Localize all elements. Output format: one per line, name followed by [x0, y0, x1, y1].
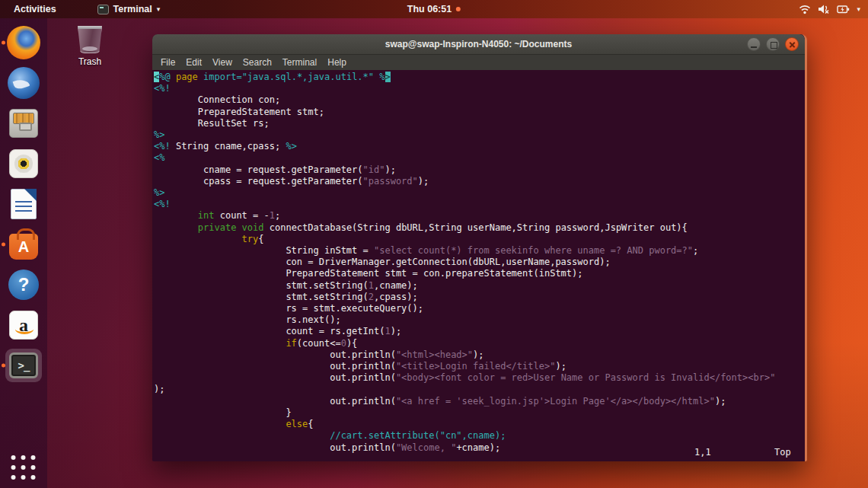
notification-dot-icon [456, 7, 461, 11]
code-line: stmt.setString(1,cname); [154, 280, 805, 292]
window-title: swap@swap-Inspiron-N4050: ~/Documents [385, 39, 572, 49]
chevron-down-icon: ▾ [857, 5, 860, 13]
writer-icon [11, 189, 37, 219]
show-applications-button[interactable] [11, 455, 37, 480]
window-controls [747, 37, 799, 51]
code-line: PreparedStatement stmt; [154, 107, 805, 118]
menu-file[interactable]: File [155, 56, 180, 69]
file-position: Top [774, 447, 791, 458]
menu-search[interactable]: Search [238, 56, 277, 69]
running-indicator [2, 243, 5, 247]
code-line: PreparedStatement stmt = con.prepareStat… [154, 268, 805, 279]
terminal-window: swap@swap-Inspiron-N4050: ~/Documents Fi… [152, 34, 807, 461]
menu-view[interactable]: View [207, 56, 238, 69]
code-line: cname = request.getParameter("id"); [154, 164, 805, 176]
dock-item-rhythmbox[interactable] [5, 147, 42, 180]
code-line: out.println("<a href = 'seek_login.jsp'>… [154, 396, 805, 407]
menu-terminal[interactable]: Terminal [277, 56, 322, 69]
code-line: private void connectDatabase(String dbUR… [154, 222, 805, 234]
menu-help[interactable]: Help [322, 56, 352, 69]
code-line: <%! String cname,cpass; %> [154, 141, 805, 152]
maximize-button[interactable] [766, 37, 780, 51]
battery-charging-icon [837, 4, 850, 14]
chevron-down-icon: ▾ [157, 5, 161, 13]
terminal-code: <%@ page import="java.sql.*,java.util.*"… [154, 72, 805, 454]
code-line: out.println("<body><font color = red>Use… [154, 372, 805, 384]
code-line: Connection con; [154, 94, 805, 106]
code-line: stmt.setString(2,cpass); [154, 292, 805, 303]
clock-label: Thu 06:51 [407, 4, 452, 14]
code-line: %> [154, 187, 805, 199]
code-line: out.println("<html><head>"); [154, 349, 805, 361]
window-titlebar[interactable]: swap@swap-Inspiron-N4050: ~/Documents [152, 34, 805, 55]
trash-shortcut[interactable]: Trash [65, 26, 114, 67]
minimize-button[interactable] [747, 37, 761, 51]
dock: A?a>_ [0, 18, 47, 488]
system-status-area[interactable]: ▾ [799, 4, 860, 14]
app-menu-label: Terminal [113, 4, 152, 14]
code-line: rs = stmt.executeQuery(); [154, 303, 805, 314]
thunderbird-icon [8, 67, 40, 99]
firefox-icon [7, 26, 40, 59]
volume-muted-icon [818, 4, 830, 14]
terminal-icon: >_ [9, 352, 38, 378]
code-line: } [154, 407, 805, 419]
code-line: out.println("<title>Login failed</title>… [154, 361, 805, 372]
files-icon [9, 109, 38, 138]
running-indicator [2, 364, 5, 368]
close-button[interactable] [785, 37, 799, 51]
code-line: con = DriverManager.getConnection(dbURL,… [154, 257, 805, 268]
dock-item-help[interactable]: ? [5, 268, 42, 301]
clock-button[interactable]: Thu 06:51 [407, 4, 461, 14]
code-line: cpass = request.getParameter("password")… [154, 176, 805, 187]
dock-item-files[interactable] [5, 107, 42, 140]
code-line: <% [154, 152, 805, 164]
code-line: <%! [154, 199, 805, 210]
wifi-icon [799, 4, 811, 14]
vim-status-line: 1,1 Top [152, 447, 805, 458]
code-line: <%! [154, 83, 805, 94]
dock-item-amazon[interactable]: a [5, 308, 42, 342]
help-icon: ? [8, 270, 39, 300]
code-line: rs.next(); [154, 314, 805, 326]
code-line: try{ [154, 234, 805, 245]
code-line: %> [154, 129, 805, 141]
cursor-position: 1,1 [694, 447, 711, 458]
dock-item-thunderbird[interactable] [5, 66, 42, 100]
code-line: count = rs.getInt(1); [154, 326, 805, 337]
code-line: <%@ page import="java.sql.*,java.util.*"… [154, 72, 805, 83]
top-bar: Activities Terminal ▾ Thu 06:51 [0, 0, 868, 18]
desktop: Activities Terminal ▾ Thu 06:51 [0, 0, 868, 488]
app-menu-button[interactable]: Terminal ▾ [97, 4, 161, 14]
code-line: else{ [154, 419, 805, 430]
code-line: String inStmt = "select count(*) from se… [154, 245, 805, 257]
code-line: int count = -1; [154, 210, 805, 222]
trash-icon [78, 26, 102, 53]
rhythmbox-icon [9, 149, 38, 178]
running-indicator [2, 41, 5, 45]
dock-item-firefox[interactable] [5, 26, 42, 59]
code-line: ); [154, 384, 805, 395]
software-icon: A [9, 234, 38, 260]
terminal-app-icon [97, 5, 109, 14]
amazon-icon: a [9, 311, 38, 340]
menu-edit[interactable]: Edit [180, 56, 207, 69]
code-line: //cart.setAttribute("cn",cname); [154, 430, 805, 442]
activities-button[interactable]: Activities [9, 4, 61, 14]
dock-item-software[interactable]: A [5, 228, 42, 261]
menu-bar: FileEditViewSearchTerminalHelp [152, 55, 805, 70]
terminal-content[interactable]: <%@ page import="java.sql.*,java.util.*"… [152, 70, 805, 461]
dock-item-terminal[interactable]: >_ [5, 349, 42, 382]
code-line: ResultSet rs; [154, 118, 805, 129]
dock-item-writer[interactable] [5, 187, 42, 221]
trash-label: Trash [65, 56, 114, 67]
code-line: if(count<=0){ [154, 338, 805, 349]
